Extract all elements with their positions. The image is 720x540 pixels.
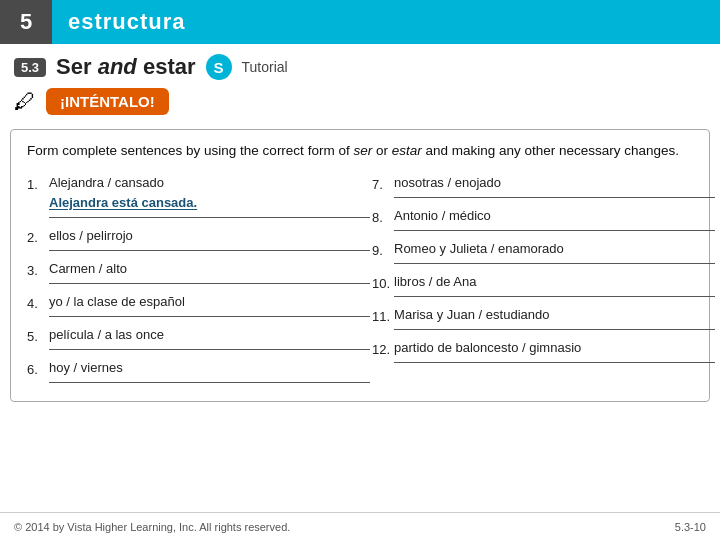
intentalo-row: 🖊 ¡INTÉNTALO! [0, 84, 720, 123]
exercise-item-right-12: 12.partido de baloncesto / gimnasio [372, 340, 693, 369]
exercise-prompt: yo / la clase de español [49, 294, 348, 309]
exercise-prompt: Marisa y Juan / estudiando [394, 307, 693, 322]
answer-underline [394, 296, 715, 297]
exercise-prompt: partido de baloncesto / gimnasio [394, 340, 693, 355]
exercise-prompt: película / a las once [49, 327, 348, 342]
exercise-prompt: ellos / pelirrojo [49, 228, 348, 243]
page-header: 5 estructura [0, 0, 720, 44]
exercise-prompt: Antonio / médico [394, 208, 693, 223]
footer: © 2014 by Vista Higher Learning, Inc. Al… [0, 512, 720, 540]
exercise-prompt: libros / de Ana [394, 274, 693, 289]
intentalo-icon: 🖊 [14, 89, 36, 115]
exercise-number: 4. [27, 294, 45, 311]
right-column: 7.nosotras / enojado8.Antonio / médico9.… [372, 175, 693, 393]
exercise-number: 12. [372, 340, 390, 357]
answer-underline [49, 349, 370, 350]
answer-underline [394, 329, 715, 330]
exercise-item-left-2: 2.ellos / pelirrojo [27, 228, 348, 257]
exercise-number: 6. [27, 360, 45, 377]
answer-underline [49, 316, 370, 317]
exercise-number: 2. [27, 228, 45, 245]
answer-underline [49, 250, 370, 251]
exercise-prompt: nosotras / enojado [394, 175, 693, 190]
exercise-item-right-11: 11.Marisa y Juan / estudiando [372, 307, 693, 336]
answer-underline [394, 263, 715, 264]
section-title-header: estructura [68, 9, 186, 35]
exercise-item-left-4: 4.yo / la clase de español [27, 294, 348, 323]
exercise-grid: 1.Alejandra / cansadoAlejandra está cans… [27, 175, 693, 393]
s-icon: S [206, 54, 232, 80]
exercise-number: 10. [372, 274, 390, 291]
exercise-prompt: hoy / viernes [49, 360, 348, 375]
instructions-text: Form complete sentences by using the cor… [27, 142, 693, 161]
exercise-number: 1. [27, 175, 45, 192]
exercise-item-right-9: 9.Romeo y Julieta / enamorado [372, 241, 693, 270]
answer-underline [394, 197, 715, 198]
answer-underline [49, 217, 370, 218]
chapter-number: 5 [0, 0, 52, 44]
intentalo-button[interactable]: ¡INTÉNTALO! [46, 88, 169, 115]
exercise-item-left-6: 6.hoy / viernes [27, 360, 348, 389]
exercise-item-left-3: 3.Carmen / alto [27, 261, 348, 290]
section-title: Ser and estar [56, 54, 195, 80]
exercise-item-right-8: 8.Antonio / médico [372, 208, 693, 237]
exercise-number: 9. [372, 241, 390, 258]
tutorial-label: Tutorial [242, 59, 288, 75]
exercise-number: 3. [27, 261, 45, 278]
answer-underline [49, 382, 370, 383]
left-column: 1.Alejandra / cansadoAlejandra está cans… [27, 175, 348, 393]
exercise-item-left-5: 5.película / a las once [27, 327, 348, 356]
exercise-item-right-10: 10.libros / de Ana [372, 274, 693, 303]
answer-underline [394, 362, 715, 363]
section-badge: 5.3 [14, 58, 46, 77]
answer-underline [49, 283, 370, 284]
exercise-answer: Alejandra está cansada. [49, 195, 197, 210]
exercise-prompt: Romeo y Julieta / enamorado [394, 241, 693, 256]
exercise-number: 11. [372, 307, 390, 324]
exercise-item-right-7: 7.nosotras / enojado [372, 175, 693, 204]
subtitle-row: 5.3 Ser and estar S Tutorial [0, 44, 720, 84]
header-title-bar: estructura [52, 0, 720, 44]
footer-page-number: 5.3-10 [675, 521, 706, 533]
exercise-prompt: Alejandra / cansado [49, 175, 348, 190]
footer-copyright: © 2014 by Vista Higher Learning, Inc. Al… [14, 521, 290, 533]
answer-underline [394, 230, 715, 231]
exercise-number: 8. [372, 208, 390, 225]
exercise-item-left-1: 1.Alejandra / cansadoAlejandra está cans… [27, 175, 348, 224]
main-content-box: Form complete sentences by using the cor… [10, 129, 710, 402]
exercise-prompt: Carmen / alto [49, 261, 348, 276]
exercise-number: 5. [27, 327, 45, 344]
exercise-number: 7. [372, 175, 390, 192]
